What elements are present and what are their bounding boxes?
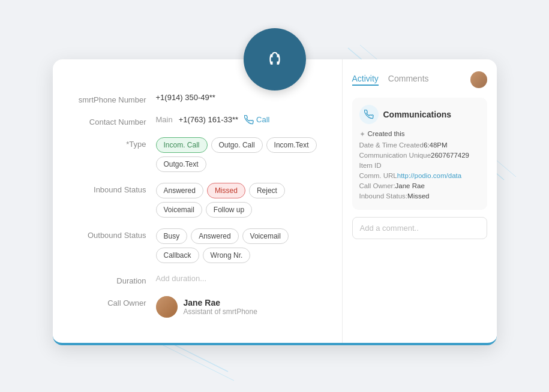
type-btn-outgo-text[interactable]: Outgo.Text bbox=[156, 156, 206, 172]
left-panel: smrtPhone Number +1(914) 350-49** Contac… bbox=[53, 59, 342, 343]
comm-item-label: Item ID bbox=[359, 162, 395, 169]
outbound-btn-answered[interactable]: Answered bbox=[191, 228, 238, 244]
comm-title: Communications bbox=[383, 110, 452, 119]
type-row: *Type Incom. Call Outgo. Call Incom.Text… bbox=[67, 137, 328, 172]
inbound-btn-missed[interactable]: Missed bbox=[207, 183, 245, 198]
inbound-status-buttons: Answered Missed Reject Voicemail Follow … bbox=[156, 183, 328, 218]
type-btn-incom-text[interactable]: Incom.Text bbox=[266, 137, 317, 153]
comm-date-label: Date & Time Created bbox=[359, 141, 424, 149]
comm-inbound-value: Missed bbox=[407, 192, 479, 200]
contact-number-row: Contact Number Main +1(763) 161-33** Cal… bbox=[67, 115, 328, 126]
owner-info: Jane Rae Assistant of smrtPhone bbox=[184, 298, 257, 316]
comm-inbound-label: Inbound Status: bbox=[359, 192, 408, 200]
inbound-btn-voicemail[interactable]: Voicemail bbox=[156, 202, 202, 218]
outbound-status-buttons: Busy Answered Voicemail Callback Wrong N… bbox=[156, 228, 328, 263]
right-panel: Activity Comments Communications ✦ bbox=[342, 59, 497, 343]
call-link[interactable]: Call bbox=[244, 115, 269, 125]
contact-number-label: Contact Number bbox=[67, 115, 156, 126]
comment-placeholder: Add a comment.. bbox=[360, 224, 419, 233]
outbound-status-row: Outbound Status Busy Answered Voicemail … bbox=[67, 228, 328, 263]
comm-url-label: Comm. URL bbox=[359, 172, 397, 179]
tab-comments[interactable]: Comments bbox=[388, 74, 429, 86]
smrt-phone-number-row: smrtPhone Number +1(914) 350-49** bbox=[67, 93, 328, 104]
smrt-phone-number-label: smrtPhone Number bbox=[67, 93, 156, 104]
contact-number-value: Main +1(763) 161-33** Call bbox=[156, 115, 328, 125]
owner-title: Assistant of smrtPhone bbox=[184, 307, 257, 316]
outbound-btn-busy[interactable]: Busy bbox=[156, 228, 188, 244]
comm-date-value: 6:48PM bbox=[424, 141, 480, 149]
inbound-status-row: Inbound Status Answered Missed Reject Vo… bbox=[67, 183, 328, 218]
comm-inbound-row: Inbound Status: Missed bbox=[359, 192, 480, 200]
call-owner-label: Call Owner bbox=[67, 296, 156, 307]
comm-created-row: ✦ Created this bbox=[359, 130, 480, 138]
logo-circle bbox=[244, 28, 306, 91]
user-avatar-small[interactable] bbox=[470, 71, 487, 88]
type-buttons: Incom. Call Outgo. Call Incom.Text Outgo… bbox=[156, 137, 328, 172]
contact-phone: +1(763) 161-33** bbox=[179, 115, 238, 124]
outbound-btn-callback[interactable]: Callback bbox=[156, 248, 199, 263]
avatar bbox=[156, 296, 178, 318]
contact-prefix: Main bbox=[156, 115, 173, 124]
duration-row: Duration Add duration... bbox=[67, 274, 328, 285]
comm-date-row: Date & Time Created 6:48PM bbox=[359, 141, 480, 149]
comm-owner-value: Jane Rae bbox=[395, 182, 480, 189]
comm-unique-value: 2607677429 bbox=[431, 152, 479, 159]
logo-icon bbox=[259, 44, 290, 75]
inbound-btn-followup[interactable]: Follow up bbox=[206, 202, 252, 218]
comm-unique-row: Communication Unique 2607677429 bbox=[359, 152, 480, 159]
duration-label: Duration bbox=[67, 274, 156, 285]
call-owner-row: Call Owner Jane Rae Assistant of smrtPho… bbox=[67, 296, 328, 318]
outbound-btn-voicemail[interactable]: Voicemail bbox=[242, 228, 289, 244]
comm-url-row: Comm. URL http://podio.com/data bbox=[359, 172, 480, 179]
communications-section: Communications ✦ Created this Date & Tim… bbox=[352, 98, 487, 210]
inbound-btn-answered[interactable]: Answered bbox=[156, 183, 203, 198]
comm-owner-row: Call Owner: Jane Rae bbox=[359, 182, 480, 189]
tab-activity[interactable]: Activity bbox=[352, 74, 379, 86]
outbound-btn-wrong-nr[interactable]: Wrong Nr. bbox=[203, 248, 251, 263]
comment-box[interactable]: Add a comment.. bbox=[352, 217, 487, 239]
activity-tabs: Activity Comments bbox=[352, 71, 487, 88]
comm-phone-icon bbox=[359, 105, 379, 124]
type-label: *Type bbox=[67, 137, 156, 149]
type-btn-incom-call[interactable]: Incom. Call bbox=[156, 137, 208, 153]
duration-placeholder[interactable]: Add duration... bbox=[156, 274, 207, 283]
inbound-status-label: Inbound Status bbox=[67, 183, 156, 194]
comm-url-value[interactable]: http://podio.com/data bbox=[397, 172, 480, 179]
type-btn-outgo-call[interactable]: Outgo. Call bbox=[211, 137, 263, 153]
main-card-wrapper: smrtPhone Number +1(914) 350-49** Contac… bbox=[53, 59, 497, 345]
call-link-text: Call bbox=[256, 115, 269, 124]
call-phone-icon bbox=[244, 115, 254, 125]
comm-created-value: Created this bbox=[368, 130, 480, 137]
owner-name: Jane Rae bbox=[184, 298, 257, 307]
main-card: smrtPhone Number +1(914) 350-49** Contac… bbox=[53, 59, 497, 345]
outbound-status-label: Outbound Status bbox=[67, 228, 156, 240]
inbound-btn-reject[interactable]: Reject bbox=[249, 183, 285, 198]
comm-unique-label: Communication Unique bbox=[359, 152, 431, 159]
smrt-phone-number-value: +1(914) 350-49** bbox=[156, 93, 328, 102]
comm-owner-label: Call Owner: bbox=[359, 182, 395, 189]
comm-item-row: Item ID bbox=[359, 162, 480, 169]
phone-icon bbox=[364, 110, 374, 119]
